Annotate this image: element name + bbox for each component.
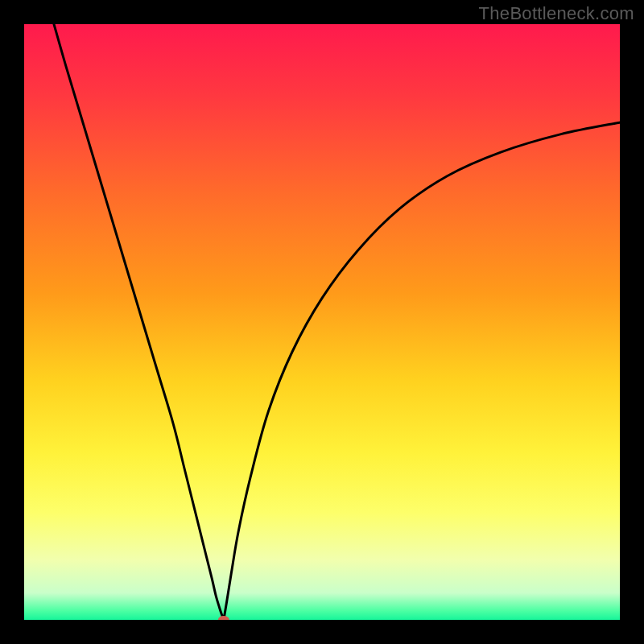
watermark-text: TheBottleneck.com xyxy=(479,3,634,24)
chart-frame: TheBottleneck.com xyxy=(0,0,644,644)
minimum-marker xyxy=(218,616,229,620)
bottleneck-curve xyxy=(54,24,620,620)
plot-area xyxy=(24,24,620,620)
curve-layer xyxy=(24,24,620,620)
